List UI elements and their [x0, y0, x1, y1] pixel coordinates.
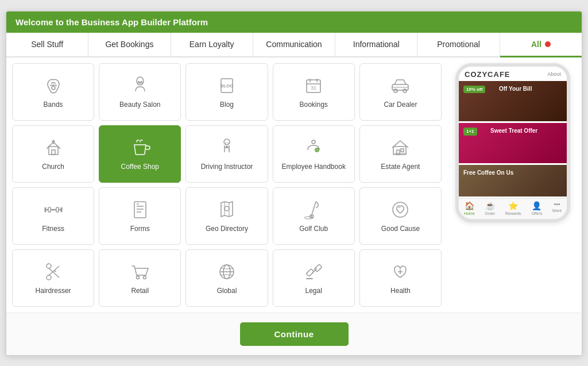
svg-line-42	[311, 202, 316, 217]
svg-rect-25	[401, 149, 404, 152]
golf-club-label: Golf Club	[299, 225, 328, 234]
svg-point-19	[312, 140, 315, 144]
church-label: Church	[42, 163, 64, 172]
promo1-text: Off Your Bill	[499, 86, 532, 92]
svg-rect-34	[134, 202, 146, 218]
tab-all[interactable]: All	[500, 33, 582, 57]
grid-item-estate-agent[interactable]: Estate Agent	[359, 125, 442, 183]
svg-point-44	[393, 202, 408, 217]
promo3-text: Free Coffee On Us	[463, 169, 513, 176]
employee-handbook-label: Employee Handbook	[281, 163, 345, 172]
nav-order[interactable]: ☕ Order	[485, 201, 495, 215]
svg-point-10	[394, 89, 397, 93]
tab-informational[interactable]: Informational	[335, 33, 417, 56]
global-label: Global	[217, 287, 237, 296]
geo-directory-label: Geo Directory	[206, 225, 248, 234]
tab-communication[interactable]: Communication	[253, 33, 335, 56]
grid-item-fitness[interactable]: Fitness	[12, 187, 94, 245]
svg-text:BLOG: BLOG	[220, 83, 233, 88]
card-bg-freecoffee: Free Coffee On Us	[459, 165, 567, 197]
svg-point-1	[137, 77, 144, 85]
svg-point-51	[143, 276, 146, 279]
nav-offers[interactable]: 👤 Offers	[531, 201, 542, 215]
grid-section: Bands Beauty Salon BLOG	[12, 63, 444, 307]
coffee-shop-label: Coffee Shop	[121, 163, 160, 172]
grid-item-bookings[interactable]: 31 Bookings	[273, 63, 355, 121]
svg-point-45	[47, 275, 51, 280]
svg-point-41	[225, 206, 229, 211]
phone-card-3: Free Coffee On Us	[459, 165, 567, 197]
grid-item-health[interactable]: Health	[359, 249, 442, 307]
estate-agent-label: Estate Agent	[381, 163, 420, 172]
window-title: Welcome to the Business App Builder Plat…	[16, 17, 208, 27]
svg-point-17	[224, 139, 230, 145]
svg-rect-18	[226, 146, 228, 148]
card-bg-coffee: 10% off Off Your Bill	[459, 81, 567, 121]
svg-line-49	[55, 271, 56, 272]
retail-label: Retail	[131, 287, 149, 296]
grid-item-legal[interactable]: Legal	[273, 249, 355, 307]
svg-point-11	[403, 89, 407, 93]
grid-item-global[interactable]: Global	[185, 249, 268, 307]
nav-rewards[interactable]: ⭐ Rewards	[505, 201, 521, 215]
title-bar: Welcome to the Business App Builder Plat…	[6, 11, 582, 33]
svg-rect-33	[56, 207, 59, 212]
grid-item-beauty-salon[interactable]: Beauty Salon	[99, 63, 181, 121]
tab-promotional[interactable]: Promotional	[417, 33, 500, 56]
svg-rect-24	[397, 150, 400, 155]
svg-rect-13	[49, 147, 58, 155]
bands-label: Bands	[44, 101, 63, 110]
hairdresser-label: Hairdresser	[36, 287, 71, 296]
grid-item-bands[interactable]: Bands	[12, 63, 94, 121]
phone-mockup: COZYCAFE About 10% off Off Your Bill 1+1…	[455, 63, 570, 222]
health-label: Health	[390, 287, 411, 296]
phone-card-2: 1+1 Sweet Treat Offer	[459, 123, 567, 163]
forms-label: Forms	[130, 225, 150, 234]
phone-about: About	[547, 71, 561, 77]
beauty-salon-label: Beauty Salon	[119, 101, 160, 110]
nav-more[interactable]: ••• More	[552, 201, 562, 215]
grid-item-geo-directory[interactable]: Geo Directory	[185, 187, 268, 245]
grid-item-good-cause[interactable]: Good Cause	[359, 187, 442, 245]
notification-dot	[545, 41, 551, 47]
phone-card-1: 10% off Off Your Bill	[459, 81, 567, 121]
promo2-badge: 1+1	[463, 128, 477, 136]
tabs-bar: Sell Stuff Get Bookings Earn Loyalty Com…	[6, 33, 582, 57]
grid-item-golf-club[interactable]: Golf Club	[273, 187, 355, 245]
svg-rect-32	[48, 207, 51, 212]
grid-item-forms[interactable]: Forms	[99, 187, 181, 245]
main-content: Bands Beauty Salon BLOG	[6, 57, 582, 313]
fitness-label: Fitness	[42, 225, 64, 234]
grid-item-car-dealer[interactable]: Car Dealer	[359, 63, 442, 121]
svg-point-0	[52, 86, 55, 90]
grid-item-blog[interactable]: BLOG Blog	[185, 63, 268, 121]
tab-sell-stuff[interactable]: Sell Stuff	[6, 33, 88, 56]
phone-header: COZYCAFE About	[459, 67, 567, 81]
grid-item-employee-handbook[interactable]: Employee Handbook	[273, 125, 355, 183]
tab-get-bookings[interactable]: Get Bookings	[88, 33, 171, 56]
grid-item-coffee-shop[interactable]: Coffee Shop	[99, 125, 181, 183]
legal-label: Legal	[305, 287, 322, 296]
svg-text:31: 31	[311, 85, 316, 91]
grid-item-church[interactable]: Church	[12, 125, 94, 183]
svg-point-46	[47, 264, 51, 268]
phone-section: COZYCAFE About 10% off Off Your Bill 1+1…	[450, 63, 576, 307]
svg-rect-56	[314, 264, 322, 271]
driving-instructor-label: Driving Instructor	[201, 163, 253, 172]
svg-rect-16	[52, 150, 55, 155]
blog-label: Blog	[220, 101, 234, 110]
phone-app-name: COZYCAFE	[465, 70, 510, 79]
promo2-text: Sweet Treat Offer	[490, 128, 537, 134]
tab-earn-loyalty[interactable]: Earn Loyalty	[171, 33, 253, 56]
grid-item-hairdresser[interactable]: Hairdresser	[12, 249, 94, 307]
grid-item-driving-instructor[interactable]: Driving Instructor	[185, 125, 268, 183]
svg-point-50	[136, 276, 139, 279]
grid-item-retail[interactable]: Retail	[99, 249, 181, 307]
phone-bottom-nav: 🏠 Home ☕ Order ⭐ Rewards 👤 Offers	[459, 198, 567, 219]
footer-bar: Continue	[6, 313, 582, 355]
nav-home[interactable]: 🏠 Home	[464, 201, 475, 215]
app-window: Welcome to the Business App Builder Plat…	[6, 11, 582, 356]
bookings-label: Bookings	[300, 101, 328, 110]
card-bg-cupcake: 1+1 Sweet Treat Offer	[459, 123, 567, 163]
continue-button[interactable]: Continue	[240, 322, 349, 346]
